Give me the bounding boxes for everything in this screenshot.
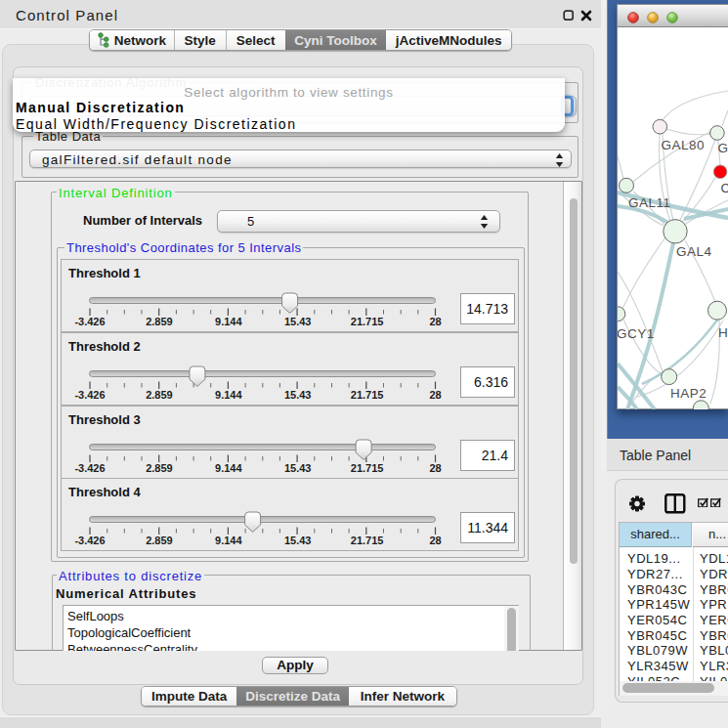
svg-text:CY: CY [721, 181, 728, 195]
svg-text:GAL: GAL [717, 141, 728, 155]
svg-text:GAL80: GAL80 [662, 138, 706, 152]
svg-text:GAL11: GAL11 [628, 195, 671, 210]
svg-text:GCY1: GCY1 [618, 326, 655, 341]
svg-text:H: H [718, 325, 728, 340]
svg-text:GAL4: GAL4 [676, 244, 712, 259]
svg-text:HAP2: HAP2 [670, 386, 707, 401]
